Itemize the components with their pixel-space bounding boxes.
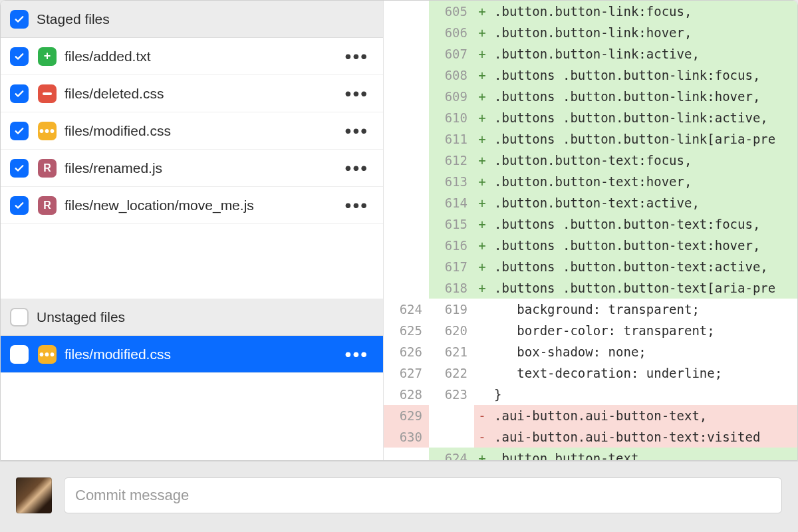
diff-line[interactable]: 627622 text-decoration: underline; xyxy=(384,362,797,384)
file-name: files/renamed.js xyxy=(65,160,340,176)
diff-viewer[interactable]: 605+.button.button-link:focus,606+.butto… xyxy=(384,1,797,460)
diff-code: } xyxy=(490,384,797,405)
diff-code: .button.button-link:hover, xyxy=(490,22,797,43)
diff-line[interactable]: 628623} xyxy=(384,384,797,405)
file-checkbox[interactable] xyxy=(10,122,29,140)
staged-master-checkbox[interactable] xyxy=(10,10,29,29)
diff-line[interactable]: 624619 background: transparent; xyxy=(384,299,797,320)
line-number-old xyxy=(384,86,429,107)
status-modified-icon: ••• xyxy=(38,122,57,140)
main-split: Staged files + files/added.txt ••• files… xyxy=(0,0,798,461)
diff-gutter: + xyxy=(474,448,490,460)
line-number-new: 617 xyxy=(429,256,474,277)
staged-file-row[interactable]: R files/new_location/move_me.js ••• xyxy=(1,187,383,224)
line-number-new xyxy=(429,426,474,448)
diff-code: .button.button-link:focus, xyxy=(490,1,797,22)
diff-line[interactable]: 610+.buttons .button.button-link:active, xyxy=(384,107,797,128)
diff-code: .buttons .button.button-text:focus, xyxy=(490,213,797,235)
diff-line[interactable]: 614+.button.button-text:active, xyxy=(384,192,797,213)
diff-gutter: + xyxy=(474,171,490,192)
diff-line[interactable]: 613+.button.button-text:hover, xyxy=(384,171,797,192)
unstaged-section-header[interactable]: Unstaged files xyxy=(1,299,383,336)
diff-gutter: + xyxy=(474,86,490,107)
diff-gutter: + xyxy=(474,43,490,65)
diff-code: border-color: transparent; xyxy=(490,320,797,341)
diff-line[interactable]: 608+.buttons .button.button-link:focus, xyxy=(384,65,797,86)
file-name: files/deleted.css xyxy=(65,86,340,102)
diff-gutter xyxy=(474,384,490,405)
unstaged-master-checkbox[interactable] xyxy=(10,308,29,327)
diff-line[interactable]: 626621 box-shadow: none; xyxy=(384,341,797,362)
line-number-new: 610 xyxy=(429,107,474,128)
diff-line[interactable]: 630-.aui-button.aui-button-text:visited xyxy=(384,426,797,448)
file-more-button[interactable]: ••• xyxy=(340,196,374,215)
line-number-new: 616 xyxy=(429,235,474,256)
diff-line[interactable]: 609+.buttons .button.button-link:hover, xyxy=(384,86,797,107)
staged-file-row[interactable]: + files/added.txt ••• xyxy=(1,38,383,75)
diff-gutter xyxy=(474,362,490,384)
file-more-button[interactable]: ••• xyxy=(340,84,374,103)
line-number-old xyxy=(384,22,429,43)
staged-section-header[interactable]: Staged files xyxy=(1,1,383,38)
file-checkbox[interactable] xyxy=(10,47,29,66)
sidebar-spacer xyxy=(1,224,383,299)
file-checkbox[interactable] xyxy=(10,196,29,215)
line-number-old xyxy=(384,192,429,213)
diff-line[interactable]: 606+.button.button-link:hover, xyxy=(384,22,797,43)
unstaged-title: Unstaged files xyxy=(37,309,125,325)
diff-gutter: + xyxy=(474,1,490,22)
line-number-new: 605 xyxy=(429,1,474,22)
diff-gutter: + xyxy=(474,256,490,277)
diff-gutter xyxy=(474,320,490,341)
file-more-button[interactable]: ••• xyxy=(340,159,374,178)
check-icon xyxy=(13,88,25,100)
line-number-old xyxy=(384,277,429,299)
diff-line[interactable]: 605+.button.button-link:focus, xyxy=(384,1,797,22)
diff-line[interactable]: 607+.button.button-link:active, xyxy=(384,43,797,65)
diff-line[interactable]: 615+.buttons .button.button-text:focus, xyxy=(384,213,797,235)
diff-line[interactable]: 616+.buttons .button.button-text:hover, xyxy=(384,235,797,256)
svg-rect-0 xyxy=(43,92,52,95)
file-checkbox[interactable] xyxy=(10,84,29,103)
line-number-old xyxy=(384,65,429,86)
diff-line[interactable]: 624+.button.button-text, xyxy=(384,448,797,460)
avatar[interactable] xyxy=(16,477,52,513)
diff-line[interactable]: 618+.buttons .button.button-text[aria-pr… xyxy=(384,277,797,299)
status-renamed-icon: R xyxy=(38,159,57,178)
file-more-button[interactable]: ••• xyxy=(340,47,374,66)
diff-gutter: + xyxy=(474,65,490,86)
staged-file-row[interactable]: ••• files/modified.css ••• xyxy=(1,112,383,150)
line-number-new xyxy=(429,405,474,426)
line-number-old xyxy=(384,43,429,65)
check-icon xyxy=(13,162,25,174)
unstaged-file-row[interactable]: ••• files/modified.css ••• xyxy=(1,336,383,373)
diff-line[interactable]: 617+.buttons .button.button-text:active, xyxy=(384,256,797,277)
staged-file-row[interactable]: files/deleted.css ••• xyxy=(1,75,383,112)
diff-line[interactable]: 629-.aui-button.aui-button-text, xyxy=(384,405,797,426)
file-checkbox[interactable] xyxy=(10,345,29,364)
check-icon xyxy=(13,125,25,137)
diff-code: .button.button-text:hover, xyxy=(490,171,797,192)
line-number-old xyxy=(384,235,429,256)
diff-gutter: + xyxy=(474,22,490,43)
file-more-button[interactable]: ••• xyxy=(340,345,374,364)
diff-gutter: + xyxy=(474,277,490,299)
diff-line[interactable]: 625620 border-color: transparent; xyxy=(384,320,797,341)
diff-line[interactable]: 611+.buttons .button.button-link[aria-pr… xyxy=(384,128,797,150)
diff-line[interactable]: 612+.button.button-text:focus, xyxy=(384,150,797,171)
check-icon xyxy=(13,13,25,25)
diff-gutter: + xyxy=(474,235,490,256)
staged-file-row[interactable]: R files/renamed.js ••• xyxy=(1,150,383,187)
diff-code: background: transparent; xyxy=(490,299,797,320)
commit-message-input[interactable] xyxy=(64,477,782,513)
line-number-new: 613 xyxy=(429,171,474,192)
line-number-old: 624 xyxy=(384,299,429,320)
status-deleted-icon xyxy=(38,84,57,103)
line-number-old xyxy=(384,213,429,235)
line-number-new: 608 xyxy=(429,65,474,86)
diff-gutter: - xyxy=(474,405,490,426)
file-checkbox[interactable] xyxy=(10,159,29,178)
diff-code: text-decoration: underline; xyxy=(490,362,797,384)
file-more-button[interactable]: ••• xyxy=(340,122,374,140)
line-number-old: 625 xyxy=(384,320,429,341)
